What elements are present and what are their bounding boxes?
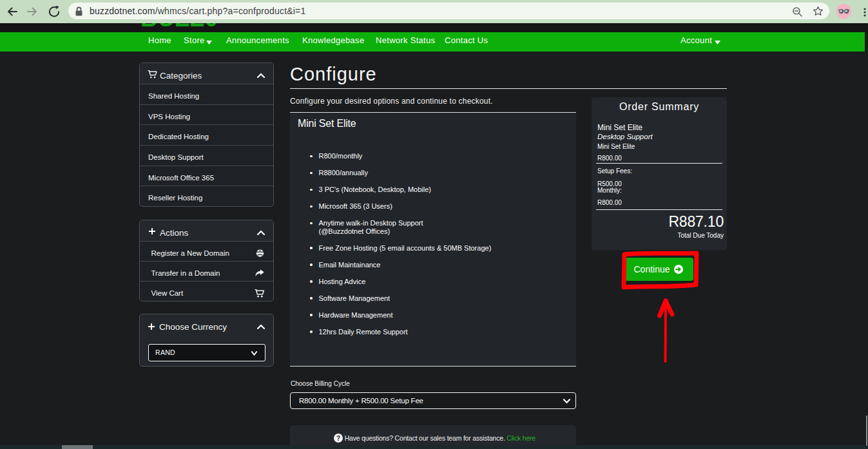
svg-text:?: ? bbox=[336, 435, 340, 442]
